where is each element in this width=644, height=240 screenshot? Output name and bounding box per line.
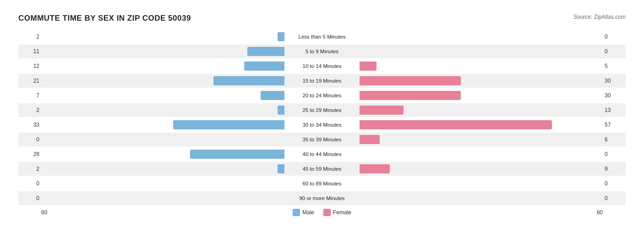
male-bar xyxy=(244,61,284,71)
bar-section: Less than 5 Minutes xyxy=(41,30,603,44)
bar-row: 0 35 to 39 Minutes 6 xyxy=(18,133,626,146)
bar-section: 10 to 14 Minutes xyxy=(41,59,603,73)
female-value-label: 57 xyxy=(603,122,626,128)
male-bar-container xyxy=(41,179,285,188)
female-bar-container xyxy=(359,179,603,188)
bar-section: 45 to 59 Minutes xyxy=(41,162,603,176)
female-value-label: 0 xyxy=(603,48,626,55)
male-value-label: 0 xyxy=(18,180,41,187)
female-value-label: 6 xyxy=(603,136,626,143)
male-value-label: 0 xyxy=(18,195,41,201)
row-label: 60 to 89 Minutes xyxy=(285,181,359,186)
female-bar-container xyxy=(359,32,603,41)
male-bar-container xyxy=(41,32,285,41)
legend-male: Male xyxy=(293,209,314,216)
row-label: 25 to 29 Minutes xyxy=(285,107,359,113)
male-bar-container xyxy=(41,76,285,85)
row-label: 35 to 39 Minutes xyxy=(285,137,359,142)
male-value-label: 11 xyxy=(18,48,41,55)
female-bar xyxy=(360,106,404,115)
row-label: 90 or more Minutes xyxy=(285,195,359,201)
female-bar xyxy=(360,76,461,85)
female-bar-container xyxy=(359,164,603,173)
female-value-label: 5 xyxy=(603,63,626,69)
male-value-label: 12 xyxy=(18,63,41,69)
bar-row: 2 25 to 29 Minutes 13 xyxy=(18,103,626,117)
male-bar-container xyxy=(41,120,285,129)
male-bar-container xyxy=(41,61,285,71)
male-value-label: 21 xyxy=(18,78,41,84)
female-bar xyxy=(360,91,461,100)
female-bar-container xyxy=(359,47,603,56)
row-label: 40 to 44 Minutes xyxy=(285,151,359,157)
chart-source: Source: ZipAtlas.com xyxy=(573,14,626,20)
male-value-label: 2 xyxy=(18,33,41,40)
chart-header: COMMUTE TIME BY SEX IN ZIP CODE 50039 So… xyxy=(18,14,626,23)
male-value-label: 33 xyxy=(18,122,41,128)
legend-female-label: Female xyxy=(333,209,351,216)
male-bar-container xyxy=(41,164,285,173)
male-value-label: 2 xyxy=(18,107,41,113)
bar-section: 5 to 9 Minutes xyxy=(41,45,603,58)
male-value-label: 28 xyxy=(18,151,41,157)
legend-female-box xyxy=(323,209,331,216)
legend-male-box xyxy=(293,209,300,216)
axis-label-right: 60 xyxy=(597,209,603,216)
chart-title: COMMUTE TIME BY SEX IN ZIP CODE 50039 xyxy=(18,14,191,23)
male-bar xyxy=(190,150,284,159)
bar-section: 20 to 24 Minutes xyxy=(41,89,603,102)
male-bar-container xyxy=(41,106,285,115)
bar-section: 35 to 39 Minutes xyxy=(41,133,603,146)
female-bar-container xyxy=(359,194,603,203)
bar-row: 11 5 to 9 Minutes 0 xyxy=(18,45,626,58)
chart-area: 2 Less than 5 Minutes 0 11 5 to 9 Minute… xyxy=(18,30,626,205)
male-bar-container xyxy=(41,135,285,144)
bar-row: 0 90 or more Minutes 0 xyxy=(18,191,626,205)
axis-label-left: 60 xyxy=(41,209,47,216)
male-bar-container xyxy=(41,91,285,100)
female-bar xyxy=(360,164,390,173)
male-bar xyxy=(278,32,284,41)
bar-row: 0 60 to 89 Minutes 0 xyxy=(18,177,626,190)
male-bar xyxy=(278,106,284,115)
female-bar-container xyxy=(359,61,603,71)
male-bar xyxy=(247,47,284,56)
female-value-label: 13 xyxy=(603,107,626,113)
female-bar-container xyxy=(359,91,603,100)
bar-row: 12 10 to 14 Minutes 5 xyxy=(18,59,626,73)
female-bar-container xyxy=(359,76,603,85)
male-value-label: 2 xyxy=(18,166,41,172)
male-bar xyxy=(261,91,284,100)
female-value-label: 30 xyxy=(603,92,626,99)
bar-section: 60 to 89 Minutes xyxy=(41,177,603,190)
female-bar xyxy=(360,120,552,129)
female-value-label: 0 xyxy=(603,33,626,40)
row-label: 15 to 19 Minutes xyxy=(285,78,359,84)
male-bar-container xyxy=(41,150,285,159)
female-bar-container xyxy=(359,150,603,159)
bar-section: 90 or more Minutes xyxy=(41,191,603,205)
female-value-label: 9 xyxy=(603,166,626,172)
row-label: Less than 5 Minutes xyxy=(285,34,359,39)
bar-section: 40 to 44 Minutes xyxy=(41,147,603,161)
male-bar-container xyxy=(41,194,285,203)
bar-row: 33 30 to 34 Minutes 57 xyxy=(18,118,626,132)
bar-section: 15 to 19 Minutes xyxy=(41,74,603,88)
row-label: 5 to 9 Minutes xyxy=(285,49,359,54)
legend-female: Female xyxy=(323,209,351,216)
male-value-label: 7 xyxy=(18,92,41,99)
male-value-label: 0 xyxy=(18,136,41,143)
female-value-label: 30 xyxy=(603,78,626,84)
row-label: 45 to 59 Minutes xyxy=(285,166,359,172)
female-bar xyxy=(360,61,377,71)
female-bar-container xyxy=(359,135,603,144)
female-value-label: 0 xyxy=(603,180,626,187)
row-label: 20 to 24 Minutes xyxy=(285,93,359,98)
bar-row: 28 40 to 44 Minutes 0 xyxy=(18,147,626,161)
male-bar xyxy=(278,164,284,173)
male-bar-container xyxy=(41,47,285,56)
row-label: 10 to 14 Minutes xyxy=(285,63,359,69)
bar-section: 30 to 34 Minutes xyxy=(41,118,603,132)
female-value-label: 0 xyxy=(603,195,626,201)
legend: Male Female xyxy=(293,209,351,216)
